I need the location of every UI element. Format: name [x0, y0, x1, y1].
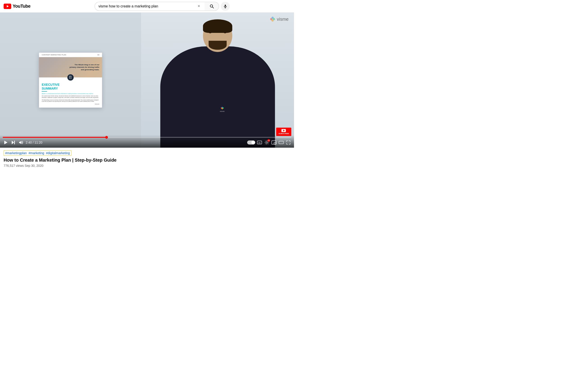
- svg-point-27: [266, 142, 268, 143]
- hashtags-box: #marketingplan #marketing #digitalmarket…: [4, 150, 71, 156]
- svg-rect-29: [274, 142, 276, 144]
- logo-text: YouTube: [13, 4, 31, 9]
- slide-header-right: 03: [97, 54, 99, 56]
- video-player[interactable]: CONTENT MARKETING PLAN 03 The Wizzle blo…: [0, 13, 294, 148]
- svg-point-18: [272, 19, 274, 22]
- slide-body: EXECUTIVE SUMMARY Wizzle is a cloud-base…: [39, 81, 102, 108]
- right-controls: CC HD: [247, 140, 291, 145]
- slide-header-left: CONTENT MARKETING PLAN: [42, 54, 66, 56]
- youtube-logo-icon: [4, 4, 11, 9]
- visme-watermark-text: visme: [277, 17, 289, 22]
- visme-shirt-icon: [220, 106, 224, 110]
- play-icon: [3, 140, 8, 145]
- video-background: CONTENT MARKETING PLAN 03 The Wizzle blo…: [0, 13, 294, 148]
- fullscreen-icon: [286, 140, 291, 145]
- video-meta: 776,517 views Sep 30, 2020: [4, 164, 290, 167]
- theater-button[interactable]: [278, 140, 284, 145]
- svg-rect-30: [279, 141, 284, 144]
- header: YouTube ×: [0, 0, 294, 13]
- search-input[interactable]: [98, 4, 197, 8]
- youtube-logo[interactable]: YouTube: [4, 4, 31, 9]
- slide-image-text: The Wizzle blog is one of our primary ch…: [68, 63, 99, 71]
- visme-watermark-icon: [270, 16, 275, 22]
- play-button[interactable]: [3, 140, 9, 145]
- slide-footer: Wizzle: [42, 103, 99, 105]
- svg-point-14: [222, 108, 223, 109]
- document-slide: CONTENT MARKETING PLAN 03 The Wizzle blo…: [39, 53, 102, 108]
- miniplayer-icon: [272, 140, 276, 145]
- subscribe-corner-button[interactable]: SUBSCRIBE: [276, 128, 291, 136]
- hashtags-container: #marketingplan #marketing #digitalmarket…: [4, 150, 290, 156]
- presenter-beard: [209, 41, 227, 50]
- theater-icon: [279, 140, 284, 145]
- slide-icon-circle: [67, 74, 74, 81]
- autoplay-toggle[interactable]: [247, 141, 255, 144]
- next-icon: [11, 140, 16, 145]
- search-submit-button[interactable]: [205, 2, 219, 11]
- search-clear-button[interactable]: ×: [197, 4, 201, 9]
- progress-dot: [105, 136, 108, 139]
- svg-rect-7: [69, 76, 71, 79]
- hashtag-marketing[interactable]: #marketing: [29, 151, 44, 155]
- slide-body-text2: The Wizzle blog is one of our primary ch…: [42, 100, 99, 103]
- mic-icon: [223, 4, 227, 8]
- below-video: #marketingplan #marketing #digitalmarket…: [0, 148, 294, 170]
- video-right-panel: visme: [141, 13, 294, 148]
- clear-icon: ×: [198, 4, 200, 9]
- video-title: How to Create a Marketing Plan | Step-by…: [4, 157, 290, 163]
- volume-icon: [19, 140, 23, 145]
- slide-title: EXECUTIVE SUMMARY: [42, 83, 99, 91]
- progress-played: [3, 137, 106, 138]
- toggle-thumb: [252, 141, 255, 144]
- svg-line-3: [212, 7, 214, 8]
- video-left-panel: CONTENT MARKETING PLAN 03 The Wizzle blo…: [0, 13, 141, 148]
- svg-marker-21: [4, 141, 7, 144]
- mic-button[interactable]: [221, 2, 230, 11]
- subtitles-icon: CC: [257, 140, 262, 145]
- presenter-eyes-area: [209, 31, 227, 33]
- svg-text:CC: CC: [258, 142, 261, 144]
- slide-underline: [42, 91, 47, 91]
- toggle-track: [247, 141, 255, 144]
- controls-row: 2:40 / 11:20 CC: [3, 140, 291, 145]
- search-area: ×: [94, 2, 230, 11]
- svg-rect-4: [225, 4, 226, 7]
- progress-bar[interactable]: [3, 137, 291, 138]
- time-display: 2:40 / 11:20: [26, 141, 42, 144]
- svg-rect-23: [14, 141, 15, 144]
- fullscreen-button[interactable]: [285, 140, 291, 145]
- visme-watermark: visme: [270, 16, 289, 22]
- presenter-silhouette: visme: [141, 13, 294, 148]
- hashtag-marketingplan[interactable]: #marketingplan: [5, 151, 27, 155]
- slide-header: CONTENT MARKETING PLAN 03: [39, 53, 102, 57]
- svg-marker-24: [19, 141, 21, 144]
- settings-badge-wrapper: HD: [264, 140, 270, 145]
- next-button[interactable]: [10, 140, 16, 145]
- subtitles-button[interactable]: CC: [257, 140, 262, 145]
- hashtag-digitalmarketing[interactable]: #digitalmarketing: [46, 151, 70, 155]
- presenter-hair: [203, 19, 232, 33]
- volume-button[interactable]: [18, 140, 24, 145]
- presenter-head: [203, 19, 232, 52]
- search-icon: [210, 4, 214, 9]
- presenter-shirt: visme: [160, 46, 275, 148]
- hd-badge: HD: [267, 139, 270, 142]
- youtube-icon-small: [281, 129, 286, 132]
- slide-body-text1: Our customer base includes startups, edu…: [42, 95, 99, 99]
- document-icon: [69, 76, 72, 79]
- video-date: Sep 30, 2020: [25, 164, 43, 167]
- video-views: 776,517 views: [4, 164, 24, 167]
- miniplayer-button[interactable]: [271, 140, 277, 145]
- slide-subtitle: Wizzle is a cloud-based tool that's dedi…: [42, 93, 99, 95]
- search-input-wrapper: ×: [94, 2, 205, 11]
- svg-marker-22: [12, 141, 14, 144]
- shirt-logo: visme: [220, 106, 225, 112]
- video-controls: 2:40 / 11:20 CC: [0, 135, 294, 148]
- subscribe-corner-label: SUBSCRIBE: [278, 132, 289, 135]
